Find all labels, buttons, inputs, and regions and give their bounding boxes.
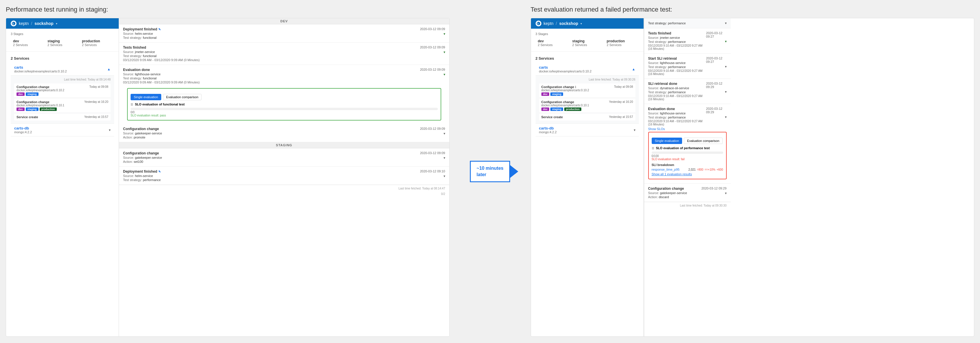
right-detail-eval-title: Evaluation done (648, 107, 706, 111)
left-event-create-name: Service create (16, 115, 38, 119)
right-detail-show-slos[interactable]: Show SLOs (648, 127, 706, 131)
annotation-line2: later (477, 172, 486, 177)
right-event-config2[interactable]: Configuration change Yesterday at 16:20 … (539, 99, 635, 113)
annotation-text: ~10 minutes later (470, 161, 510, 182)
right-tag-dev-2: dev (541, 107, 549, 111)
left-eval-slo-icon: ☰ (130, 103, 133, 106)
left-event-config1[interactable]: Configuration change Today at 09:08 dock… (14, 83, 111, 98)
left-service-cartsdb-header[interactable]: carts-db mongo:4.2.2 ▾ (11, 124, 114, 136)
right-detail-eval-chevron[interactable]: ▾ (725, 115, 727, 119)
right-eval-sli-change3: +600 (716, 168, 723, 171)
left-ev-config-staging-chevron[interactable]: ▾ (444, 156, 445, 160)
right-stage-cols: dev 2 Services staging 2 Services produc… (536, 38, 639, 48)
right-service-carts-chevron: ▲ (632, 67, 635, 71)
left-ev-deploy-staging-edit[interactable]: ✎ (158, 170, 161, 173)
right-event-config1[interactable]: Configuration change ℹ Today at 09:08 do… (539, 83, 635, 98)
right-detail-sli-done-chevron[interactable]: ▾ (725, 90, 727, 94)
right-eval-slo-bar (652, 152, 723, 154)
annotation-arrow-box: ~10 minutes later (470, 161, 510, 182)
right-stage-prod-name: production (607, 39, 636, 43)
separator-1 (450, 6, 461, 337)
right-eval-sli-metric: response_time_p95 (652, 168, 680, 171)
right-detail-header-chevron[interactable]: ▾ (725, 21, 727, 25)
left-event-config2[interactable]: Configuration change Yesterday at 16:20 … (14, 99, 111, 113)
right-detail-sli-done-ts: 2020-03-12 09:29 (706, 82, 727, 89)
right-event-config1-name: Configuration change ℹ (541, 85, 576, 89)
right-project-chevron[interactable]: ▾ (581, 22, 582, 25)
left-event-config2-time: Yesterday at 16:20 (84, 100, 108, 104)
right-service-cartsdb-header[interactable]: carts-db mongo:4.2.2 ▾ (536, 124, 639, 136)
right-detail-eval-ts: 2020-03-12 09:29 (706, 107, 727, 114)
right-detail-sli-done-source: Source: dynatrace-sli-service (648, 86, 706, 90)
left-service-carts-image: docker.io/keptnexamples/carts:0.10.2 (14, 70, 67, 73)
right-tag-prod-2: production (564, 107, 581, 111)
left-project: sockshop (35, 21, 53, 26)
left-stage-staging: staging 2 Services (45, 38, 80, 48)
left-ev-tests-chevron[interactable]: ▾ (444, 50, 445, 54)
left-brand: keptn (19, 21, 29, 26)
left-eval-title: Evaluation done (123, 68, 200, 72)
left-stage-prod-services: 2 Services (82, 43, 112, 47)
left-eval-range: 03/12/2020 9:09 AM - 03/12/2020 9:09 AM … (123, 81, 200, 84)
right-detail-sli-start-chevron[interactable]: ▾ (725, 65, 727, 69)
right-service-carts-expanded: Last time fetched: Today at 09:30:26 Con… (536, 75, 639, 123)
left-project-chevron[interactable]: ▾ (56, 22, 57, 25)
right-service-carts-image: docker.io/keptnexamples/carts:0.10.2 (539, 70, 592, 73)
right-detail-sli-done: SLI retrieval done Source: dynatrace-sli… (644, 79, 731, 104)
right-eval-btn-single[interactable]: Single evaluation (652, 137, 682, 144)
right-detail-teststrategy-text: Test strategy: performance (648, 21, 686, 25)
right-detail-config-discard: Configuration change Source: gatekeeper-… (644, 183, 731, 202)
left-service-carts-chevron: ▲ (107, 67, 111, 71)
annotation-area: ~10 minutes later (461, 6, 519, 337)
right-tag-dev: dev (541, 93, 549, 96)
left-eval-ts: 2020-03-12 09:09 (420, 68, 445, 71)
left-event-config2-detail: docker.io/keptnexamples/carts:0.10.1 (16, 104, 108, 107)
left-eval-strategy: Test strategy: functional (123, 77, 200, 80)
left-eval-source: Source: lighthouse-service (123, 72, 200, 76)
right-eval-show-all[interactable]: Show all 1 evaluation results (652, 172, 723, 176)
left-section: Performance test running in staging: k k… (6, 6, 450, 337)
left-ev-tests-strategy: Test strategy: functional (123, 54, 200, 57)
left-ev-deploy-staging-source: Source: helm-service (123, 174, 161, 177)
left-ev-config-promote-title: Configuration change (123, 127, 162, 131)
right-eval-slo-score: 0/100 (652, 155, 723, 158)
right-detail-tests-chevron[interactable]: ▾ (725, 39, 727, 43)
left-eval-chevron[interactable]: ▾ (444, 72, 445, 77)
right-detail-panel: Test strategy: performance ▾ Tests finis… (644, 18, 731, 336)
right-eval-btn-comparison[interactable]: Evaluation comparison (684, 137, 722, 144)
right-eval-sli-breakdown: SLI breakdown response_time_p95 2,021 =8… (652, 163, 723, 171)
left-ev-deploy-staging-chevron[interactable]: ▾ (444, 174, 445, 178)
right-detail-config-discard-chevron[interactable]: ▾ (725, 191, 727, 195)
right-tag-staging: staging (550, 93, 563, 96)
left-ev-deploy-strategy: Test strategy: functional (123, 36, 161, 39)
right-event-config2-detail: docker.io/keptnexamples/carts:0.10.1 (541, 104, 633, 107)
right-detail-tests-strategy: Test strategy: performance (648, 40, 706, 43)
left-ev-config-promote: Configuration change Source: gatekeeper-… (119, 124, 449, 142)
right-detail-sli-start-ts: 2020-03-12 09:27 (706, 56, 727, 64)
right-detail-eval-strategy: Test strategy: performance (648, 116, 706, 119)
arrow-pointer (510, 165, 518, 178)
right-event-config1-tags: dev staging (541, 93, 633, 96)
left-service-cartsdb-name: carts-db (14, 126, 32, 130)
left-ev-deploy-chevron[interactable]: ▾ (444, 32, 445, 36)
right-service-carts-header[interactable]: carts docker.io/keptnexamples/carts:0.10… (536, 63, 639, 75)
right-detail-sli-done-strategy: Test strategy: performance (648, 90, 706, 94)
right-stage-dev-services: 2 Services (538, 43, 568, 47)
left-stage-cols: dev 2 Services staging 2 Services produc… (11, 38, 114, 48)
right-event-service-create[interactable]: Service create Yesterday at 15:57 (539, 113, 635, 121)
right-sidebar: k keptn / sockshop ▾ 3 Stages dev 2 Serv… (531, 18, 644, 336)
left-ev-deploy-edit[interactable]: ✎ (158, 28, 161, 31)
left-service-carts-header[interactable]: carts docker.io/keptnexamples/carts:0.10… (11, 63, 114, 75)
right-section: Test evaluation returned a failed perfor… (531, 6, 975, 337)
right-service-cartsdb-name: carts-db (539, 126, 557, 130)
right-eval-sli-value: 2,021 (689, 168, 696, 171)
left-page-indicator: 0/2 (119, 192, 449, 196)
right-last-fetched: Last time fetched: Today at 09:30:30 (644, 202, 731, 209)
left-event-service-create[interactable]: Service create Yesterday at 15:57 (14, 113, 111, 121)
left-ev-config-promote-chevron[interactable]: ▾ (444, 131, 445, 136)
annotation-line1: ~10 minutes (477, 166, 503, 171)
right-service-cartsdb-chevron: ▾ (634, 128, 635, 132)
left-eval-slo-bar (130, 108, 438, 110)
left-eval-btn-comparison[interactable]: Evaluation comparison (163, 94, 202, 100)
left-eval-btn-single[interactable]: Single evaluation (130, 94, 161, 100)
